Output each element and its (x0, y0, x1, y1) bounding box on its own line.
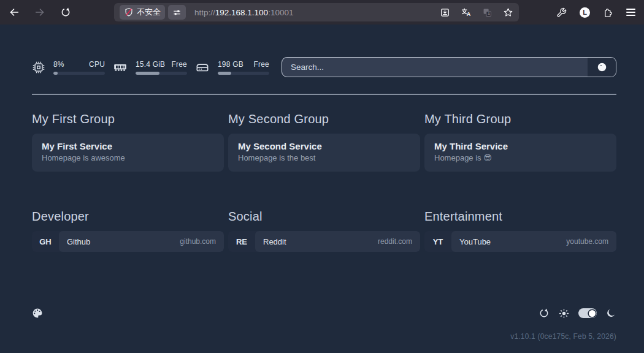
bookmark-item[interactable]: GH Githubgithub.com (32, 231, 224, 252)
reload-button[interactable] (60, 7, 71, 18)
color-theme-button[interactable] (32, 308, 43, 319)
version-text: v1.10.1 (0ce175c, Feb 5, 2026) (32, 332, 616, 341)
forward-button[interactable] (34, 7, 45, 18)
group-title: Developer (32, 210, 224, 224)
memory-value: 15.4 GiB (136, 60, 165, 69)
menu-button[interactable] (626, 9, 635, 16)
bookmark-label: Reddit (263, 237, 286, 246)
bookmark-star-icon (503, 7, 513, 18)
security-chip[interactable]: 不安全 (120, 5, 165, 20)
service-description: Homepage is awesome (42, 153, 214, 162)
bookmark-abbr: YT (424, 231, 451, 252)
search-input[interactable] (282, 58, 588, 77)
service-card[interactable]: My First Service Homepage is awesome (32, 134, 224, 172)
divider (32, 94, 616, 95)
service-group: My Third Group My Third Service Homepage… (424, 112, 616, 172)
disk-label: Free (254, 60, 269, 69)
memory-stat: 15.4 GiBFree (113, 60, 187, 75)
disk-value: 198 GB (218, 60, 243, 69)
group-title: Social (228, 210, 420, 224)
light-mode-button[interactable] (559, 308, 569, 319)
refresh-button[interactable] (539, 308, 550, 319)
bookmark-item[interactable]: RE Redditreddit.com (228, 231, 420, 252)
bookmark-url: reddit.com (378, 237, 412, 246)
reader-pages-button[interactable]: A (482, 7, 493, 18)
devtools-wrench-icon (556, 7, 567, 18)
resource-stats: 8%CPU 15.4 GiBFree 198 GBFree (32, 60, 269, 75)
service-card[interactable]: My Third Service Homepage is 😎 (424, 134, 616, 172)
bookmark-groups: Developer GH Githubgithub.com Social RE … (32, 210, 616, 252)
url-bar[interactable]: 不安全 http://192.168.1.100:10001 A A (114, 3, 519, 21)
devtools-wrench-button[interactable] (556, 7, 567, 18)
group-title: Entertainment (424, 210, 616, 224)
security-chip-label: 不安全 (137, 7, 161, 18)
group-title: My First Group (32, 112, 224, 126)
bookmark-group: Social RE Redditreddit.com (228, 210, 420, 252)
search-provider-icon (597, 62, 607, 72)
service-name: My First Service (42, 141, 214, 151)
disk-icon (195, 61, 210, 74)
save-page-icon (440, 7, 450, 18)
theme-toggle[interactable] (578, 308, 597, 318)
extension-l-button[interactable]: L (580, 7, 590, 18)
service-group: My First Group My First Service Homepage… (32, 112, 224, 172)
bookmark-item[interactable]: YT YouTubeyoutube.com (424, 231, 616, 252)
group-title: My Third Group (424, 112, 616, 126)
bookmark-group: Entertainment YT YouTubeyoutube.com (424, 210, 616, 252)
permissions-chip[interactable] (168, 5, 186, 20)
memory-progress-bar (136, 72, 187, 75)
translate-button[interactable]: A (461, 7, 472, 18)
moon-icon (606, 308, 616, 319)
url-text: http://192.168.1.100:10001 (194, 8, 293, 17)
search-widget (282, 57, 616, 77)
reload-icon (60, 7, 71, 18)
svg-text:A: A (488, 12, 491, 16)
save-page-button[interactable] (440, 7, 450, 18)
service-group: My Second Group My Second Service Homepa… (228, 112, 420, 172)
back-icon (9, 7, 20, 18)
group-title: My Second Group (228, 112, 420, 126)
shield-insecure-icon (124, 7, 134, 17)
disk-stat: 198 GBFree (195, 60, 269, 75)
service-groups: My First Group My First Service Homepage… (32, 112, 616, 172)
memory-label: Free (172, 60, 187, 69)
reader-pages-icon: A (482, 7, 493, 18)
toggle-knob (589, 310, 596, 317)
service-name: My Second Service (238, 141, 410, 151)
svg-text:A: A (467, 11, 471, 17)
bookmark-label: YouTube (459, 237, 491, 246)
service-description: Homepage is the best (238, 153, 410, 162)
disk-progress-bar (218, 72, 269, 75)
memory-icon (113, 61, 128, 74)
extension-l-icon: L (580, 7, 590, 18)
menu-icon (626, 9, 635, 16)
sun-icon (559, 308, 569, 319)
extensions-puzzle-button[interactable] (603, 7, 613, 18)
extensions-puzzle-icon (603, 7, 613, 18)
cpu-label: CPU (89, 60, 105, 69)
back-button[interactable] (9, 7, 20, 18)
bookmark-abbr: RE (228, 231, 255, 252)
browser-toolbar: 不安全 http://192.168.1.100:10001 A A (0, 0, 644, 25)
permissions-icon (172, 8, 182, 17)
service-description: Homepage is 😎 (434, 153, 607, 162)
bookmark-group: Developer GH Githubgithub.com (32, 210, 224, 252)
refresh-icon (539, 308, 550, 319)
bookmark-label: Github (67, 237, 90, 246)
dark-mode-button[interactable] (606, 308, 616, 319)
cpu-stat: 8%CPU (32, 60, 105, 75)
bookmark-abbr: GH (32, 231, 59, 252)
palette-icon (32, 308, 43, 319)
translate-icon: A (461, 7, 472, 18)
cpu-icon (32, 61, 45, 74)
homepage-dashboard: 8%CPU 15.4 GiBFree 198 GBFree (0, 25, 644, 353)
bookmark-star-button[interactable] (503, 7, 513, 18)
forward-icon (34, 7, 45, 18)
cpu-value: 8% (53, 60, 64, 69)
cpu-progress-bar (53, 72, 105, 75)
service-card[interactable]: My Second Service Homepage is the best (228, 134, 420, 172)
bookmark-url: youtube.com (566, 237, 608, 246)
bookmark-url: github.com (180, 237, 216, 246)
service-name: My Third Service (434, 141, 607, 151)
search-provider-button[interactable] (588, 58, 616, 77)
